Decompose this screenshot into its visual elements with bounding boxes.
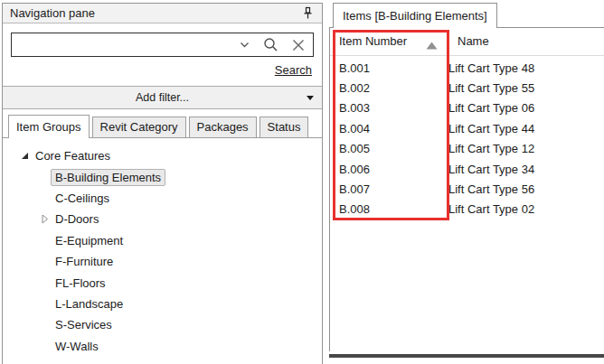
table-row[interactable]: B.006 Lift Cart Type 34 xyxy=(330,159,604,179)
tab-label: Revit Category xyxy=(100,120,178,134)
cell-item-number: B.006 xyxy=(330,163,448,176)
cell-item-number: B.001 xyxy=(330,61,448,75)
dropdown-caret-icon xyxy=(307,96,314,100)
search-area: Search xyxy=(3,23,322,86)
tree-node-label: C-Ceilings xyxy=(55,191,109,205)
table-row[interactable]: B.004 Lift Cart Type 44 xyxy=(330,118,604,138)
tree-node-b-building-elements[interactable]: B-Building Elements xyxy=(3,166,322,187)
column-header-item-number[interactable]: Item Number xyxy=(339,34,407,48)
search-box xyxy=(11,33,314,57)
tree-node-core-features[interactable]: Core Features xyxy=(3,145,322,166)
tree-expanded-icon[interactable] xyxy=(21,152,29,160)
add-filter-button[interactable]: Add filter... xyxy=(3,86,322,109)
tree-node-d-doors[interactable]: D-Doors xyxy=(3,209,322,229)
items-table: Item Number Name B.001 Lift Cart Type 48… xyxy=(329,27,604,351)
tree-node-l-landscape[interactable]: L-Landscape xyxy=(3,294,322,314)
tree-node-label: Core Features xyxy=(35,149,110,163)
tree-node-e-equipment[interactable]: E-Equipment xyxy=(3,230,322,251)
sort-ascending-icon[interactable] xyxy=(426,39,438,52)
close-icon[interactable] xyxy=(292,39,305,51)
navigation-pane: Navigation pane xyxy=(2,3,323,364)
app-window: Navigation pane xyxy=(0,0,604,364)
tree-node-label: F-Furniture xyxy=(55,255,113,268)
cell-name: Lift Cart Type 56 xyxy=(448,182,604,196)
add-filter-label: Add filter... xyxy=(136,91,189,104)
tab-label: Packages xyxy=(197,120,249,134)
cell-item-number: B.004 xyxy=(330,122,448,135)
cell-name: Lift Cart Type 44 xyxy=(448,122,604,135)
tree-node-f-furniture[interactable]: F-Furniture xyxy=(3,251,322,272)
tab-item-groups[interactable]: Item Groups xyxy=(8,115,90,138)
tree-node-label: D-Doors xyxy=(55,212,99,226)
table-row[interactable]: B.002 Lift Cart Type 55 xyxy=(330,78,604,98)
table-row[interactable]: B.001 Lift Cart Type 48 xyxy=(330,58,604,78)
navigation-pane-header: Navigation pane xyxy=(3,4,322,23)
cell-item-number: B.005 xyxy=(330,142,448,155)
column-header-name[interactable]: Name xyxy=(458,34,489,48)
search-input[interactable] xyxy=(15,35,226,55)
tree-collapsed-icon[interactable] xyxy=(41,214,49,224)
cell-name: Lift Cart Type 02 xyxy=(448,202,604,216)
search-icon[interactable] xyxy=(263,37,278,52)
tab-label: Status xyxy=(268,120,301,134)
cell-item-number: B.008 xyxy=(330,202,448,216)
navigation-pane-title: Navigation pane xyxy=(10,6,300,20)
table-row[interactable]: B.003 Lift Cart Type 06 xyxy=(330,98,604,118)
cell-item-number: B.007 xyxy=(330,182,448,196)
cell-item-number: B.003 xyxy=(330,101,448,115)
search-link[interactable]: Search xyxy=(275,63,312,77)
cell-name: Lift Cart Type 55 xyxy=(448,81,604,95)
item-groups-tree: Core Features B-Building Elements C-Ceil… xyxy=(3,138,322,357)
tab-revit-category[interactable]: Revit Category xyxy=(92,117,186,137)
cell-name: Lift Cart Type 48 xyxy=(448,61,604,75)
navigation-tab-strip: Item Groups Revit Category Packages Stat… xyxy=(3,115,322,138)
table-row[interactable]: B.005 Lift Cart Type 12 xyxy=(330,139,604,159)
tree-node-c-ceilings[interactable]: C-Ceilings xyxy=(3,188,322,209)
cell-name: Lift Cart Type 12 xyxy=(448,142,604,155)
search-link-row: Search xyxy=(11,57,314,86)
bottom-divider-bar xyxy=(329,354,604,358)
tab-packages[interactable]: Packages xyxy=(189,117,257,137)
tree-node-label-selected: B-Building Elements xyxy=(51,169,165,186)
tab-label: Item Groups xyxy=(16,120,81,134)
table-row[interactable]: B.008 Lift Cart Type 02 xyxy=(330,200,604,219)
table-row[interactable]: B.007 Lift Cart Type 56 xyxy=(330,179,604,199)
tree-node-label: E-Equipment xyxy=(55,234,123,247)
tree-node-s-services[interactable]: S-Services xyxy=(3,314,322,335)
table-body: B.001 Lift Cart Type 48 B.002 Lift Cart … xyxy=(330,58,604,219)
tab-items-b-building-elements[interactable]: Items [B-Building Elements] xyxy=(333,3,497,28)
items-tab-label: Items [B-Building Elements] xyxy=(343,9,487,23)
tab-status[interactable]: Status xyxy=(260,117,309,137)
tree-node-label: W-Walls xyxy=(55,340,99,353)
chevron-down-icon[interactable] xyxy=(240,42,250,49)
tree-node-w-walls[interactable]: W-Walls xyxy=(3,336,322,357)
table-header-row: Item Number Name xyxy=(330,28,604,56)
cell-name: Lift Cart Type 34 xyxy=(448,163,604,176)
tree-node-fl-floors[interactable]: FL-Floors xyxy=(3,272,322,293)
tree-node-label: L-Landscape xyxy=(55,297,123,311)
tree-node-label: S-Services xyxy=(55,318,112,331)
cell-name: Lift Cart Type 06 xyxy=(448,101,604,115)
pin-icon[interactable] xyxy=(300,6,315,21)
cell-item-number: B.002 xyxy=(330,81,448,95)
tree-node-label: FL-Floors xyxy=(55,276,106,290)
items-panel: Items [B-Building Elements] Item Number … xyxy=(329,3,604,358)
